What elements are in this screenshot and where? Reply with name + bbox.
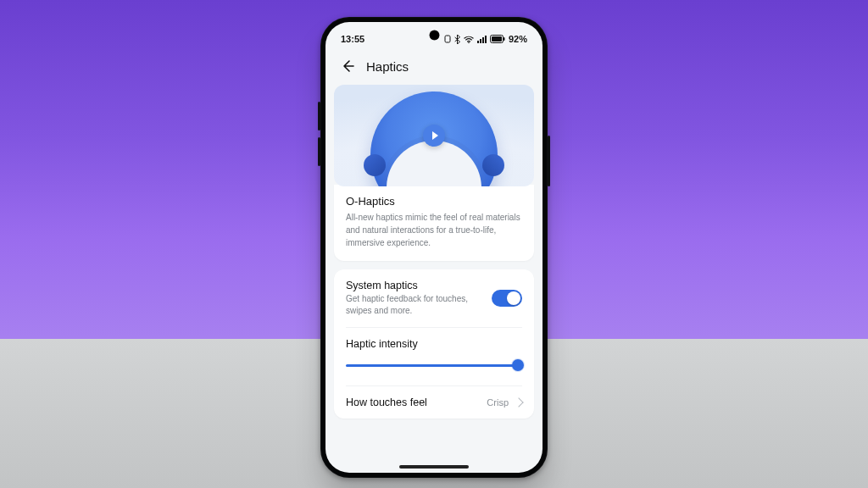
how-touches-feel-text: How touches feel (346, 396, 478, 408)
home-indicator[interactable] (399, 465, 469, 469)
ohaptics-title: O-Haptics (346, 195, 522, 208)
how-touches-feel-row[interactable]: How touches feel Crisp (346, 385, 522, 419)
page-header: Haptics (326, 51, 542, 81)
play-button[interactable] (423, 125, 445, 147)
how-touches-feel-value: Crisp (487, 397, 509, 408)
battery-percentage: 92% (509, 34, 527, 44)
volume-up-button (318, 102, 320, 130)
phone-screen: 13:55 92% Haptics (326, 22, 542, 473)
svg-rect-3 (480, 39, 481, 43)
svg-rect-2 (477, 41, 479, 43)
system-haptics-desc: Get haptic feedback for touches, swipes … (346, 293, 483, 317)
chevron-right-icon (514, 397, 523, 407)
how-touches-feel-value-wrap: Crisp (487, 397, 522, 408)
signal-icon (477, 36, 487, 43)
battery-icon (490, 35, 505, 43)
volume-down-button (318, 137, 320, 166)
page-content: O-Haptics All-new haptics mimic the feel… (334, 85, 534, 461)
how-touches-feel-title: How touches feel (346, 396, 478, 408)
svg-rect-5 (485, 36, 487, 43)
page-title: Haptics (366, 59, 409, 74)
scene-photo: 13:55 92% Haptics (0, 0, 868, 488)
phone-device: 13:55 92% Haptics (320, 17, 548, 478)
svg-rect-4 (482, 37, 484, 43)
svg-point-1 (468, 42, 470, 43)
status-icons: 92% (444, 34, 527, 44)
svg-rect-7 (492, 36, 502, 42)
haptic-intensity-thumb[interactable] (512, 359, 524, 371)
haptic-intensity-title: Haptic intensity (346, 338, 522, 350)
back-arrow-icon (340, 58, 355, 74)
front-camera (430, 30, 439, 40)
ohaptics-description: All-new haptics mimic the feel of real m… (346, 211, 522, 249)
wifi-icon (464, 36, 474, 43)
back-button[interactable] (339, 58, 356, 75)
svg-rect-0 (445, 36, 450, 42)
system-haptics-toggle[interactable] (492, 290, 522, 307)
dnd-icon (444, 35, 451, 43)
bluetooth-icon (454, 35, 460, 44)
ohaptics-card: O-Haptics All-new haptics mimic the feel… (334, 185, 534, 261)
ohaptics-hero[interactable] (334, 85, 534, 186)
haptic-intensity-slider[interactable] (346, 358, 522, 372)
clock: 13:55 (341, 34, 364, 44)
power-button (548, 136, 550, 186)
system-haptics-title: System haptics (346, 280, 483, 291)
haptic-intensity-row: Haptic intensity (346, 327, 522, 385)
svg-rect-8 (504, 37, 505, 41)
system-haptics-row: System haptics Get haptic feedback for t… (346, 269, 522, 327)
system-haptics-text: System haptics Get haptic feedback for t… (346, 280, 483, 317)
settings-card: System haptics Get haptic feedback for t… (334, 269, 534, 419)
